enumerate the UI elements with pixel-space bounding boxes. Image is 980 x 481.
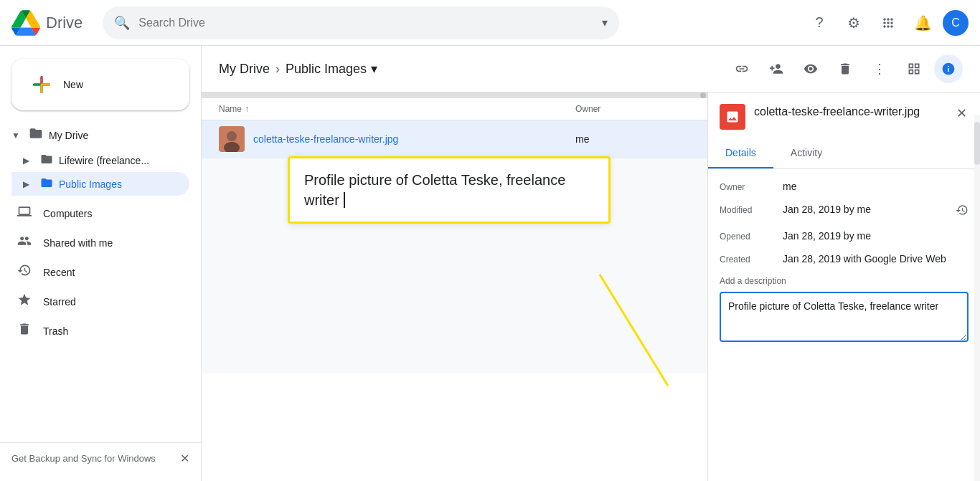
search-dropdown-icon[interactable]: ▾: [602, 16, 608, 29]
search-icon: 🔍: [114, 15, 130, 31]
detail-tabs: Details Activity: [708, 138, 980, 169]
detail-header: coletta-teske-freelance-writer.jpg ✕: [708, 92, 980, 130]
owner-column-header: Owner: [575, 104, 690, 114]
detail-close-button[interactable]: ✕: [955, 104, 969, 123]
sidebar-footer-text: Get Backup and Sync for Windows: [11, 453, 180, 464]
created-row: Created Jan 28, 2019 with Google Drive W…: [720, 253, 969, 265]
search-bar[interactable]: 🔍 ▾: [103, 6, 619, 39]
opened-row: Opened Jan 28, 2019 by me: [720, 230, 969, 242]
logo-text: Drive: [46, 14, 83, 32]
file-list-body: coletta-teske-freelance-writer.jpg me Pr…: [202, 120, 707, 373]
file-owner: me: [575, 133, 690, 145]
sidebar-item-trash[interactable]: Trash: [0, 316, 189, 346]
info-button[interactable]: [934, 54, 963, 83]
topbar: Drive 🔍 ▾ ? ⚙ 🔔 C: [0, 0, 980, 46]
breadcrumb-separator: ›: [275, 62, 280, 77]
topbar-actions: ? ⚙ 🔔 C: [805, 9, 969, 37]
search-input[interactable]: [138, 16, 593, 29]
name-col-label: Name: [219, 104, 242, 114]
owner-row: Owner me: [720, 181, 969, 192]
lifewire-expand-arrow: ▶: [23, 156, 34, 166]
trash-label: Trash: [43, 325, 68, 337]
breadcrumb-current[interactable]: Public Images ▾: [286, 61, 377, 77]
sidebar-nav: ▼ My Drive ▶ Lifewire (freelance... ▶: [0, 122, 201, 442]
apps-button[interactable]: [874, 9, 903, 37]
new-button-label: New: [63, 79, 83, 90]
modified-value: Jan 28, 2019 by me: [783, 204, 969, 219]
new-button[interactable]: New: [11, 59, 189, 110]
starred-icon: [17, 292, 32, 310]
sort-icon: ↑: [245, 104, 249, 114]
my-drive-folder-icon: [29, 126, 43, 144]
owner-col-label: Owner: [575, 104, 600, 114]
shared-icon: [17, 234, 32, 252]
public-images-folder-icon: [40, 176, 53, 191]
preview-button[interactable]: [796, 54, 825, 83]
sidebar-item-recent[interactable]: Recent: [0, 257, 189, 287]
starred-label: Starred: [43, 296, 76, 308]
tab-details[interactable]: Details: [708, 138, 773, 168]
detail-scrollbar[interactable]: [974, 115, 980, 481]
breadcrumb-current-label: Public Images: [286, 62, 367, 77]
svg-point-4: [227, 131, 237, 141]
lifewire-label: Lifewire (freelance...: [59, 155, 149, 166]
file-name: coletta-teske-freelance-writer.jpg: [253, 133, 575, 145]
table-row[interactable]: coletta-teske-freelance-writer.jpg me: [202, 120, 707, 158]
sidebar-footer: Get Backup and Sync for Windows ✕: [0, 442, 201, 474]
sidebar-item-my-drive[interactable]: ▼ My Drive: [0, 122, 201, 148]
user-avatar[interactable]: C: [943, 10, 969, 36]
modified-row: Modified Jan 28, 2019 by me: [720, 204, 969, 219]
tab-activity[interactable]: Activity: [773, 138, 839, 168]
public-images-expand-arrow: ▶: [23, 179, 34, 189]
opened-label: Opened: [720, 230, 777, 242]
delete-button[interactable]: [831, 54, 859, 83]
sidebar-item-lifewire[interactable]: ▶ Lifewire (freelance...: [11, 148, 201, 172]
file-thumbnail: [219, 126, 245, 152]
cursor: [340, 192, 346, 208]
my-drive-label: My Drive: [49, 130, 88, 141]
settings-button[interactable]: ⚙: [839, 9, 868, 37]
restore-icon[interactable]: [956, 204, 969, 219]
annotation-box: Profile picture of Coletta Teske, freela…: [288, 156, 611, 224]
more-options-button[interactable]: ⋮: [865, 54, 894, 83]
help-button[interactable]: ?: [805, 9, 834, 37]
recent-label: Recent: [43, 267, 75, 278]
computers-icon: [17, 204, 32, 222]
owner-label: Owner: [720, 181, 777, 192]
computers-label: Computers: [43, 208, 92, 219]
file-area: Name ↑ Owner: [202, 92, 980, 481]
main-layout: New ▼ My Drive ▶ Lifewire (freelance...: [0, 46, 980, 481]
recent-icon: [17, 263, 32, 281]
footer-close-button[interactable]: ✕: [180, 452, 189, 465]
detail-filename: coletta-teske-freelance-writer.jpg: [754, 104, 946, 120]
modified-label: Modified: [720, 204, 777, 219]
column-headers: Name ↑ Owner: [202, 98, 707, 120]
opened-value: Jan 28, 2019 by me: [783, 230, 969, 242]
breadcrumb-actions: ⋮: [727, 54, 963, 83]
my-drive-children: ▶ Lifewire (freelance... ▶ Public Images: [0, 148, 201, 196]
owner-value: me: [783, 181, 969, 192]
share-link-button[interactable]: [727, 54, 756, 83]
sidebar-item-starred[interactable]: Starred: [0, 287, 189, 316]
add-person-button[interactable]: [762, 54, 791, 83]
trash-icon: [17, 322, 32, 340]
breadcrumb-bar: My Drive › Public Images ▾ ⋮: [202, 46, 980, 92]
description-input[interactable]: Profile picture of Coletta Teske, freela…: [720, 292, 969, 342]
detail-file-icon: [720, 104, 745, 130]
expand-arrow: ▼: [11, 130, 23, 141]
breadcrumb-my-drive[interactable]: My Drive: [219, 62, 270, 77]
lifewire-folder-icon: [40, 153, 53, 168]
detail-panel: coletta-teske-freelance-writer.jpg ✕ Det…: [707, 92, 980, 481]
sidebar-item-public-images[interactable]: ▶ Public Images: [11, 172, 189, 196]
detail-content: Owner me Modified Jan 28, 2019 by me: [708, 169, 980, 481]
name-column-header[interactable]: Name ↑: [219, 104, 575, 114]
file-list: Name ↑ Owner: [202, 92, 707, 481]
sidebar-item-shared[interactable]: Shared with me: [0, 228, 189, 257]
grid-view-button[interactable]: [900, 54, 928, 83]
scrollbar-thumb[interactable]: [974, 122, 980, 165]
notifications-button[interactable]: 🔔: [908, 9, 937, 37]
sidebar: New ▼ My Drive ▶ Lifewire (freelance...: [0, 46, 201, 481]
content-area: My Drive › Public Images ▾ ⋮: [201, 46, 980, 481]
sidebar-item-computers[interactable]: Computers: [0, 199, 189, 228]
google-drive-logo[interactable]: Drive: [11, 9, 83, 37]
